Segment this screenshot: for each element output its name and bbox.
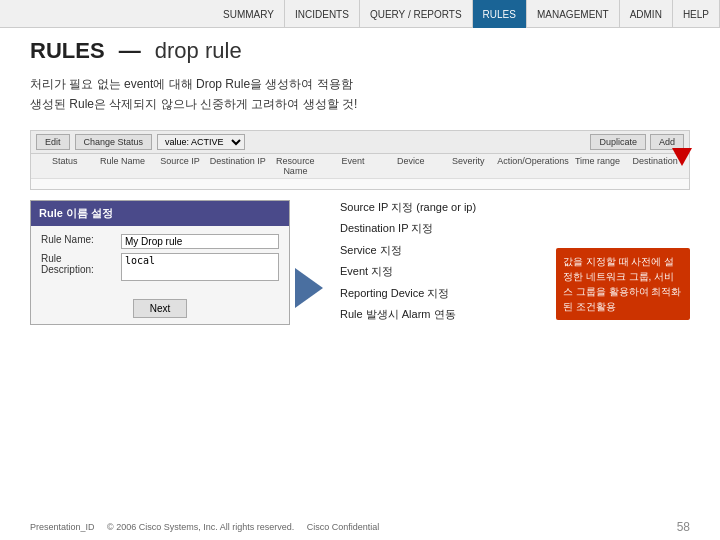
page-title: RULES — drop rule <box>30 38 242 64</box>
info-event: Event 지정 <box>340 264 560 279</box>
footer-page-number: 58 <box>677 520 690 534</box>
info-reporting-device: Reporting Device 지정 <box>340 286 560 301</box>
rule-description-label: Rule Description: <box>41 253 121 275</box>
title-dash: — <box>119 38 141 63</box>
col-status: Status <box>36 156 94 176</box>
rule-dialog-title: Rule 이름 설정 <box>31 201 289 226</box>
title-subtitle: drop rule <box>155 38 242 63</box>
footer: Presentation_ID © 2006 Cisco Systems, In… <box>30 520 690 534</box>
col-time: Time range <box>569 156 627 176</box>
table-headers: Status Rule Name Source IP Destination I… <box>31 154 689 179</box>
nav-admin[interactable]: ADMIN <box>620 0 673 28</box>
description-line1: 처리가 필요 없는 event에 대해 Drop Rule을 생성하여 적용함 <box>30 74 357 94</box>
nav-incidents[interactable]: INCIDENTS <box>285 0 360 28</box>
info-source-ip: Source IP 지정 (range or ip) <box>340 200 560 215</box>
info-dest-ip: Destination IP 지정 <box>340 221 560 236</box>
rule-dialog-body: Rule Name: Rule Description: local <box>31 226 289 293</box>
duplicate-button[interactable]: Duplicate <box>590 134 646 150</box>
blue-arrow-icon <box>295 268 323 308</box>
rules-table: Edit Change Status value: ACTIVE Duplica… <box>30 130 690 190</box>
rule-dialog-footer: Next <box>31 293 289 324</box>
title-text: RULES <box>30 38 105 63</box>
highlight-box: 값을 지정할 때 사전에 설정한 네트워크 그룹, 서비스 그룹을 활용하여 최… <box>556 248 690 320</box>
footer-copyright: © 2006 Cisco Systems, Inc. All rights re… <box>107 522 294 532</box>
nav-bar: SUMMARY INCIDENTS QUERY / REPORTS RULES … <box>213 0 720 28</box>
rule-description-input[interactable]: local <box>121 253 279 281</box>
footer-left: Presentation_ID © 2006 Cisco Systems, In… <box>30 522 379 532</box>
info-service: Service 지정 <box>340 243 560 258</box>
rule-name-label: Rule Name: <box>41 234 121 245</box>
footer-presentation-id: Presentation_ID <box>30 522 95 532</box>
nav-summary[interactable]: SUMMARY <box>213 0 285 28</box>
col-event: Event <box>324 156 382 176</box>
col-device: Device <box>382 156 440 176</box>
page-description: 처리가 필요 없는 event에 대해 Drop Rule을 생성하여 적용함 … <box>30 74 357 115</box>
nav-help[interactable]: HELP <box>673 0 720 28</box>
nav-management[interactable]: MANAGEMENT <box>527 0 620 28</box>
col-resource: Resource Name <box>267 156 325 176</box>
rule-name-field: Rule Name: <box>41 234 279 249</box>
nav-rules[interactable]: RULES <box>473 0 527 28</box>
col-severity: Severity <box>439 156 497 176</box>
rule-description-field: Rule Description: local <box>41 253 279 281</box>
table-right-buttons: Duplicate Add <box>590 134 684 150</box>
info-alarm: Rule 발생시 Alarm 연동 <box>340 307 560 322</box>
red-arrow-icon <box>672 148 692 166</box>
table-toolbar: Edit Change Status value: ACTIVE Duplica… <box>31 131 689 154</box>
edit-button[interactable]: Edit <box>36 134 70 150</box>
footer-confidential: Cisco Confidential <box>307 522 380 532</box>
col-source-ip: Source IP <box>151 156 209 176</box>
status-select[interactable]: value: ACTIVE <box>157 134 245 150</box>
col-action: Action/Operations <box>497 156 569 176</box>
col-dest-ip: Destination IP <box>209 156 267 176</box>
col-rule-name: Rule Name <box>94 156 152 176</box>
next-button[interactable]: Next <box>133 299 188 318</box>
rule-name-input[interactable] <box>121 234 279 249</box>
change-status-button[interactable]: Change Status <box>75 134 153 150</box>
info-panel: Source IP 지정 (range or ip) Destination I… <box>340 200 560 328</box>
description-line2: 생성된 Rule은 삭제되지 않으나 신중하게 고려하여 생성할 것! <box>30 94 357 114</box>
highlight-text: 값을 지정할 때 사전에 설정한 네트워크 그룹, 서비스 그룹을 활용하여 최… <box>563 256 681 312</box>
nav-query-reports[interactable]: QUERY / REPORTS <box>360 0 473 28</box>
rule-name-dialog: Rule 이름 설정 Rule Name: Rule Description: … <box>30 200 290 325</box>
